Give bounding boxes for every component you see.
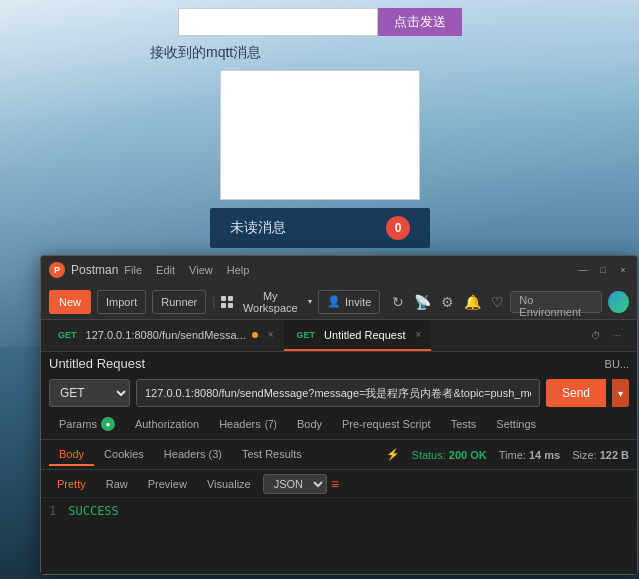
params-tab-body[interactable]: Body — [287, 411, 332, 439]
satellite-icon[interactable]: 📡 — [414, 294, 431, 310]
web-page-overlay: 点击发送 接收到的mqtt消息 未读消息 0 — [130, 0, 510, 248]
tab-dot-1 — [252, 332, 258, 338]
mqtt-label: 接收到的mqtt消息 — [150, 44, 261, 62]
user-avatar[interactable] — [608, 291, 629, 313]
tab-request-1[interactable]: GET 127.0.0.1:8080/fun/sendMessa... × — [45, 320, 284, 351]
url-input[interactable] — [136, 379, 540, 407]
response-body-label: Body — [59, 448, 84, 460]
response-size: Size: 122 B — [572, 449, 629, 461]
request-tabs: GET 127.0.0.1:8080/fun/sendMessa... × GE… — [41, 320, 637, 352]
params-tab-auth[interactable]: Authorization — [125, 411, 209, 439]
format-pretty-button[interactable]: Pretty — [49, 476, 94, 492]
save-button[interactable]: BU... — [605, 358, 629, 370]
tab-request-2[interactable]: GET Untitled Request × — [284, 320, 432, 351]
headers-count: (7) — [265, 419, 277, 430]
response-tests-label: Test Results — [242, 448, 302, 460]
invite-label: Invite — [345, 296, 371, 308]
postman-logo: P — [49, 262, 65, 278]
tab-method-1: GET — [55, 329, 80, 341]
format-raw-button[interactable]: Raw — [98, 476, 136, 492]
response-tab-headers[interactable]: Headers (3) — [154, 444, 232, 466]
runner-button[interactable]: Runner — [152, 290, 206, 314]
close-button[interactable]: × — [617, 264, 629, 276]
response-status: ⚡ Status: 200 OK Time: 14 ms Size: 122 B — [386, 448, 629, 461]
params-tab-tests[interactable]: Tests — [441, 411, 487, 439]
response-tab-cookies[interactable]: Cookies — [94, 444, 154, 466]
status-code: Status: 200 OK — [412, 449, 487, 461]
minimize-button[interactable]: — — [577, 264, 589, 276]
workspace-grid-icon — [221, 296, 232, 308]
bell-icon[interactable]: 🔔 — [464, 294, 481, 310]
settings-icon[interactable]: ⚙ — [441, 294, 454, 310]
tab-url-1: 127.0.0.1:8080/fun/sendMessa... — [86, 329, 246, 341]
sync-icon[interactable]: ↻ — [392, 294, 404, 310]
message-input[interactable] — [178, 8, 378, 36]
maximize-button[interactable]: □ — [597, 264, 609, 276]
request-name: Untitled Request — [49, 356, 145, 371]
new-button[interactable]: New — [49, 290, 91, 314]
response-tab-body[interactable]: Body — [49, 444, 94, 466]
code-content-1: SUCCESS — [68, 504, 119, 518]
headers-label: Headers — [219, 418, 261, 430]
url-bar: GET POST PUT DELETE Send ▾ — [41, 375, 637, 411]
params-tab-settings[interactable]: Settings — [486, 411, 546, 439]
workspace-label: My Workspace — [237, 290, 304, 314]
toolbar: New Import Runner | My Workspace ▾ 👤 Inv… — [41, 284, 637, 320]
params-tabs: Params ● Authorization Headers (7) Body … — [41, 411, 637, 440]
response-time: Time: 14 ms — [499, 449, 560, 461]
tab-url-2: Untitled Request — [324, 329, 405, 341]
format-icon: ≡ — [331, 476, 339, 492]
import-button[interactable]: Import — [97, 290, 146, 314]
send-row: 点击发送 — [178, 8, 462, 36]
tab-close-2[interactable]: × — [415, 329, 421, 340]
title-left: P Postman File Edit View Help — [49, 262, 249, 278]
postman-window: P Postman File Edit View Help — □ × New … — [40, 255, 638, 575]
environment-selector[interactable]: No Environment — [510, 291, 602, 313]
menu-file[interactable]: File — [124, 264, 142, 276]
response-headers-label: Headers (3) — [164, 448, 222, 460]
user-plus-icon: 👤 — [327, 295, 341, 308]
title-bar: P Postman File Edit View Help — □ × — [41, 256, 637, 284]
response-cookies-label: Cookies — [104, 448, 144, 460]
title-controls: — □ × — [577, 264, 629, 276]
params-tab-params[interactable]: Params ● — [49, 411, 125, 439]
workspace-button[interactable]: My Workspace ▾ — [221, 290, 312, 314]
body-label: Body — [297, 418, 322, 430]
mqtt-textarea[interactable] — [220, 70, 420, 200]
response-tabs: Body Cookies Headers (3) Test Results ⚡ … — [41, 440, 637, 470]
format-visualize-button[interactable]: Visualize — [199, 476, 259, 492]
request-name-row: Untitled Request BU... — [41, 352, 637, 375]
send-request-button[interactable]: Send — [546, 379, 606, 407]
tab-timer-icon: ⏱ — [587, 330, 605, 341]
tests-label: Tests — [451, 418, 477, 430]
auth-label: Authorization — [135, 418, 199, 430]
unread-text: 未读消息 — [230, 219, 286, 237]
workspace-chevron-icon: ▾ — [308, 297, 312, 306]
send-dropdown-button[interactable]: ▾ — [612, 379, 629, 407]
format-type-select[interactable]: JSON XML HTML Text — [263, 474, 327, 494]
toolbar-icons: ↻ 📡 ⚙ 🔔 ♡ — [392, 294, 504, 310]
params-tab-headers[interactable]: Headers (7) — [209, 411, 287, 439]
status-icon: ⚡ — [386, 448, 400, 461]
tab-actions: ⏱ ··· — [587, 330, 633, 341]
params-tab-prerequest[interactable]: Pre-request Script — [332, 411, 441, 439]
prerequest-label: Pre-request Script — [342, 418, 431, 430]
settings-label: Settings — [496, 418, 536, 430]
menu-edit[interactable]: Edit — [156, 264, 175, 276]
method-select[interactable]: GET POST PUT DELETE — [49, 379, 130, 407]
response-body: 1 SUCCESS — [41, 498, 637, 574]
line-number-1: 1 — [49, 504, 56, 518]
heart-icon[interactable]: ♡ — [491, 294, 504, 310]
tab-more-icon[interactable]: ··· — [609, 330, 625, 341]
unread-badge: 0 — [386, 216, 410, 240]
invite-button[interactable]: 👤 Invite — [318, 290, 380, 314]
response-tab-tests[interactable]: Test Results — [232, 444, 312, 466]
unread-bar: 未读消息 0 — [210, 208, 430, 248]
params-label: Params — [59, 418, 97, 430]
tab-close-1[interactable]: × — [268, 329, 274, 340]
tab-method-2: GET — [294, 329, 319, 341]
send-button[interactable]: 点击发送 — [378, 8, 462, 36]
menu-help[interactable]: Help — [227, 264, 250, 276]
menu-view[interactable]: View — [189, 264, 213, 276]
format-preview-button[interactable]: Preview — [140, 476, 195, 492]
